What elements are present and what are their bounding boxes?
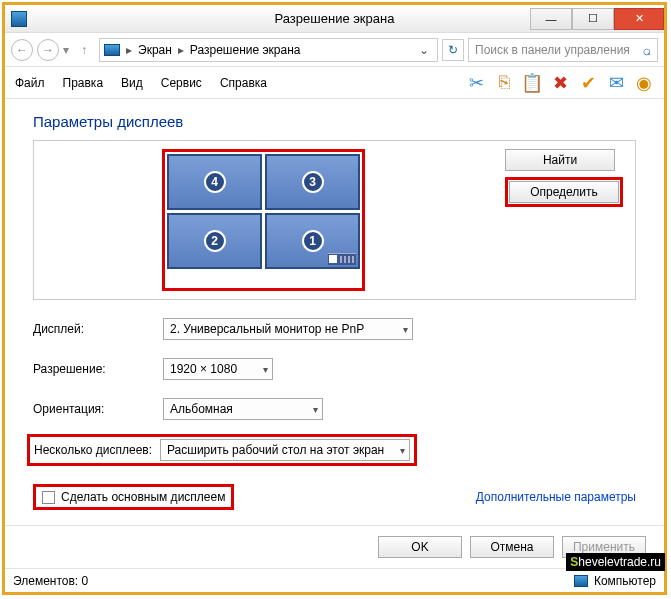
resolution-value: 1920 × 1080 [170,362,237,376]
breadcrumb[interactable]: ▸ Экран ▸ Разрешение экрана ⌄ [99,38,438,62]
primary-checkbox[interactable] [42,491,55,504]
orientation-label: Ориентация: [33,402,163,416]
monitor-arrangement-box: 4 3 2 1 Найти Определить [33,140,636,300]
menu-file[interactable]: Файл [15,76,45,90]
monitor-grid[interactable]: 4 3 2 1 [167,154,360,269]
button-bar: OK Отмена Применить [5,525,664,568]
copy-icon[interactable]: ⎘ [494,73,514,93]
window-title: Разрешение экрана [5,11,664,26]
display-value: 2. Универсальный монитор не PnP [170,322,364,336]
section-title: Параметры дисплеев [33,113,636,130]
monitor-number: 3 [302,171,324,193]
monitor-grid-highlight: 4 3 2 1 [162,149,365,291]
monitor-2[interactable]: 2 [167,213,262,269]
menubar: Файл Правка Вид Сервис Справка ✂ ⎘ 📋 ✖ ✔… [5,67,664,99]
refresh-button[interactable]: ↻ [442,39,464,61]
breadcrumb-item[interactable]: Разрешение экрана [190,43,301,57]
chevron-right-icon: ▸ [126,43,132,57]
titlebar: Разрешение экрана — ☐ ✕ [5,5,664,33]
taskbar-icon [328,253,356,265]
mail-icon[interactable]: ✉ [606,73,626,93]
identify-highlight: Определить [505,177,623,207]
monitor-1[interactable]: 1 [265,213,360,269]
ok-button[interactable]: OK [378,536,462,558]
computer-icon [574,575,588,587]
search-input[interactable]: Поиск в панели управления [468,38,658,62]
monitor-number: 4 [204,171,226,193]
cancel-button[interactable]: Отмена [470,536,554,558]
multi-label: Несколько дисплеев: [34,443,160,457]
menu-help[interactable]: Справка [220,76,267,90]
monitor-number: 2 [204,230,226,252]
display-label: Дисплей: [33,322,163,336]
paste-icon[interactable]: 📋 [522,73,542,93]
content: Параметры дисплеев 4 3 2 1 Найти Определ… [5,99,664,525]
navbar: ← → ▾ ↑ ▸ Экран ▸ Разрешение экрана ⌄ ↻ … [5,33,664,67]
multi-value: Расширить рабочий стол на этот экран [167,443,384,457]
breadcrumb-dropdown-icon[interactable]: ⌄ [415,43,433,57]
status-elements: Элементов: 0 [13,574,88,588]
primary-checkbox-highlight: Сделать основным дисплеем [33,484,234,510]
shell-icon[interactable]: ◉ [634,73,654,93]
multi-select[interactable]: Расширить рабочий стол на этот экран [160,439,410,461]
orientation-value: Альбомная [170,402,233,416]
breadcrumb-item[interactable]: Экран [138,43,172,57]
advanced-link[interactable]: Дополнительные параметры [476,490,636,504]
resolution-label: Разрешение: [33,362,163,376]
primary-checkbox-label: Сделать основным дисплеем [61,490,225,504]
search-placeholder: Поиск в панели управления [475,43,630,57]
display-select[interactable]: 2. Универсальный монитор не PnP [163,318,413,340]
chevron-right-icon: ▸ [178,43,184,57]
monitor-icon [104,44,120,56]
status-computer: Компьютер [594,574,656,588]
delete-icon[interactable]: ✖ [550,73,570,93]
monitor-number: 1 [302,230,324,252]
orientation-select[interactable]: Альбомная [163,398,323,420]
check-icon[interactable]: ✔ [578,73,598,93]
forward-button[interactable]: → [37,39,59,61]
monitor-4[interactable]: 4 [167,154,262,210]
menu-view[interactable]: Вид [121,76,143,90]
statusbar: Элементов: 0 Компьютер [5,568,664,592]
monitor-3[interactable]: 3 [265,154,360,210]
scissors-icon[interactable]: ✂ [466,73,486,93]
menu-edit[interactable]: Правка [63,76,104,90]
identify-button[interactable]: Определить [509,181,619,203]
multi-display-highlight: Несколько дисплеев: Расширить рабочий ст… [27,434,417,466]
find-button[interactable]: Найти [505,149,615,171]
resolution-select[interactable]: 1920 × 1080 [163,358,273,380]
back-button[interactable]: ← [11,39,33,61]
menu-service[interactable]: Сервис [161,76,202,90]
recent-dropdown-icon[interactable]: ▾ [63,43,69,57]
up-button[interactable]: ↑ [73,39,95,61]
watermark: Shevelevtrade.ru [566,553,665,571]
